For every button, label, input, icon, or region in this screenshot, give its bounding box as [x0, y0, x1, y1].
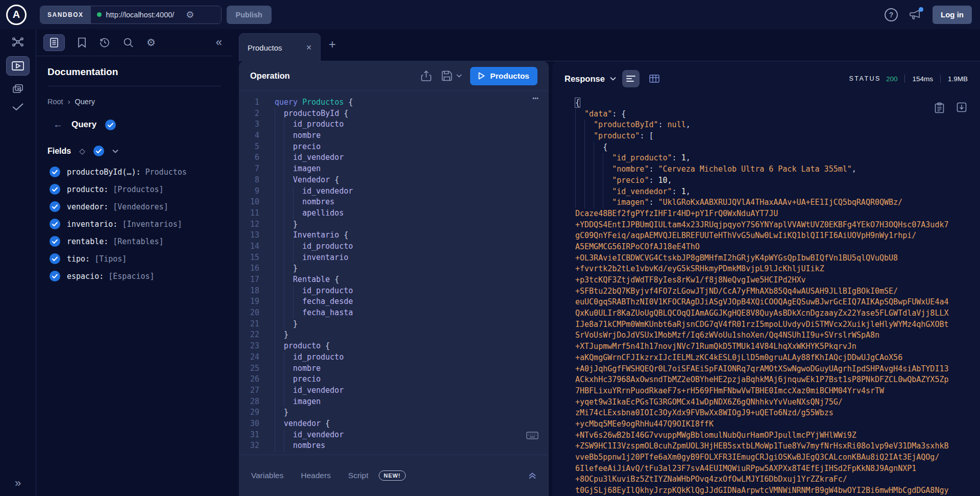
script-tab[interactable]: Script: [348, 471, 369, 480]
field-selected-check-icon[interactable]: [50, 253, 60, 264]
documentation-toolbar: ⚙ «: [36, 29, 232, 56]
line-number: 14: [239, 241, 259, 252]
notification-dot: [919, 7, 923, 12]
checks-icon[interactable]: [11, 102, 24, 111]
line-number: 24: [239, 352, 259, 363]
keyboard-shortcuts-icon[interactable]: [526, 432, 538, 439]
doc-field-row[interactable]: producto: [Productos]: [50, 184, 232, 195]
line-number: 15: [239, 252, 259, 264]
history-icon[interactable]: [99, 37, 110, 48]
field-name: inventario:: [67, 220, 117, 229]
field-type: [Rentables]: [113, 237, 163, 246]
select-all-fields-check-icon[interactable]: [93, 146, 104, 156]
apollo-logo[interactable]: A: [6, 5, 27, 25]
field-selected-check-icon[interactable]: [50, 219, 60, 229]
endpoint-url: http://localhost:4000/: [106, 11, 175, 19]
json-wrapped-line: vveBb5ppnw1j20PTfe6aXm0gyB9FOLXFR3IEmugC…: [575, 452, 980, 463]
response-size: 1.9MB: [948, 75, 968, 83]
search-icon[interactable]: [123, 37, 134, 48]
line-number: 10: [239, 197, 259, 208]
field-selected-check-icon[interactable]: [50, 236, 60, 247]
back-arrow-icon[interactable]: ←: [47, 119, 63, 130]
operation-header: Operation: [239, 61, 549, 91]
doc-field-row[interactable]: rentable: [Rentables]: [50, 236, 232, 247]
expand-rail-icon[interactable]: »: [15, 477, 21, 490]
new-tab-button[interactable]: +: [329, 37, 336, 52]
code-line: producto {: [275, 341, 353, 352]
response-table-view-toggle[interactable]: [646, 70, 663, 87]
line-number: 23: [239, 341, 259, 352]
login-button[interactable]: Log in: [933, 6, 972, 24]
share-operation-icon[interactable]: [421, 70, 431, 82]
code-line: }: [275, 219, 353, 230]
app-body: » ⚙: [0, 29, 980, 496]
explorer-settings-gear-icon[interactable]: ⚙: [146, 36, 156, 49]
sandbox-badge[interactable]: SANDBOX: [40, 6, 91, 23]
field-selected-check-icon[interactable]: [50, 201, 60, 212]
collapse-panel-icon[interactable]: «: [216, 36, 222, 49]
json-wrapped-line: +XTJupmwMrf5n4Ih17novjNVc71RumQkD5TMUk14…: [575, 341, 980, 352]
fields-chevron-down-icon[interactable]: [112, 149, 118, 153]
variants-cards-icon[interactable]: [12, 83, 24, 95]
response-text-view-toggle[interactable]: [622, 70, 640, 87]
endpoint-url-input[interactable]: http://localhost:4000/ ⚙: [91, 6, 221, 23]
response-json[interactable]: {"data": {"productoById": null,"producto…: [552, 98, 980, 496]
help-icon[interactable]: ?: [885, 8, 898, 21]
left-rail: »: [0, 29, 36, 496]
code-line: vendedor {: [275, 418, 353, 430]
json-wrapped-line: +YDDQS4EntIJPBUmQIULtam4x23JRUqjpqyoY7S6…: [575, 220, 980, 231]
close-tab-icon[interactable]: ✕: [306, 43, 312, 52]
main-area: Productos ✕ + Operation: [232, 29, 980, 496]
save-operation-icon[interactable]: [442, 70, 452, 81]
json-wrapped-line: +fvvrtk2b2tLe1vbvKd/eyG5kSRHkmyPDmkM8vjp…: [575, 264, 980, 275]
json-wrapped-line: gC09QnYFeiq/aqpAEMVQJELBREFUUTeHThVvG5uN…: [575, 230, 980, 242]
doc-field-row[interactable]: espacio: [Espacios]: [50, 271, 232, 281]
query-selected-check-icon[interactable]: [105, 120, 116, 130]
doc-field-row[interactable]: tipo: [Tipos]: [50, 253, 232, 264]
json-wrapped-line: SrVoUsWrjDoJdVSUx1MobMzf/Iq6zWVoUu1shoXe…: [575, 330, 980, 341]
editor-code[interactable]: query Productos {productoById {id_produc…: [259, 97, 353, 455]
line-number: 25: [239, 363, 259, 374]
documentation-tab-icon[interactable]: [43, 34, 65, 51]
code-line: id_vendedor: [275, 385, 353, 396]
doc-divider: [47, 86, 221, 86]
json-wrapped-line: +ZSW9HC1I3VzspmOL0cuhZpmUOL3HjHEB5sxtbLM…: [575, 441, 980, 452]
documentation-body: Documentation Root › Query ← Query Field…: [36, 56, 232, 281]
line-number: 12: [239, 219, 259, 230]
json-line: "producto": [: [575, 131, 980, 142]
publish-button[interactable]: Publish: [227, 6, 272, 24]
field-selected-check-icon[interactable]: [50, 167, 60, 177]
doc-field-row[interactable]: vendedor: [Vendedores]: [50, 201, 232, 212]
editor-options-icon[interactable]: ⋯: [532, 92, 540, 104]
status-divider: [904, 75, 905, 83]
response-chevron-icon[interactable]: [610, 77, 616, 81]
operation-editor[interactable]: 1234567891011121314151617181920212223242…: [239, 91, 549, 455]
doc-field-row[interactable]: productoById(…): Productos: [50, 167, 232, 177]
code-line: nombre: [275, 130, 353, 141]
code-line: precio: [275, 374, 353, 385]
breadcrumb-root[interactable]: Root: [47, 98, 63, 106]
headers-tab[interactable]: Headers: [301, 471, 331, 480]
run-operation-button[interactable]: Productos: [470, 67, 537, 85]
save-options-chevron-icon[interactable]: [456, 74, 462, 78]
run-play-icon: [478, 72, 485, 80]
announcements-megaphone-icon[interactable]: [909, 9, 921, 20]
collapse-footer-icon[interactable]: [528, 472, 536, 479]
copy-response-icon[interactable]: [935, 102, 944, 113]
apollo-logo-letter: A: [13, 9, 20, 20]
sort-diamond-icon[interactable]: ◇: [79, 147, 85, 156]
explorer-icon[interactable]: [6, 56, 30, 76]
variables-tab[interactable]: Variables: [251, 471, 283, 480]
line-number: 8: [239, 175, 259, 186]
doc-field-row[interactable]: inventario: [Inventarios]: [50, 219, 232, 229]
tab-productos[interactable]: Productos ✕: [239, 33, 321, 61]
connection-settings-gear-icon[interactable]: ⚙: [186, 9, 194, 20]
field-selected-check-icon[interactable]: [50, 271, 60, 281]
bookmarks-icon[interactable]: [78, 37, 86, 48]
download-response-icon[interactable]: [957, 102, 967, 113]
field-selected-check-icon[interactable]: [50, 184, 60, 195]
line-number: 28: [239, 396, 259, 408]
field-name: tipo:: [67, 254, 90, 264]
operation-title: Operation: [250, 71, 290, 81]
schema-graph-icon[interactable]: [11, 35, 24, 49]
